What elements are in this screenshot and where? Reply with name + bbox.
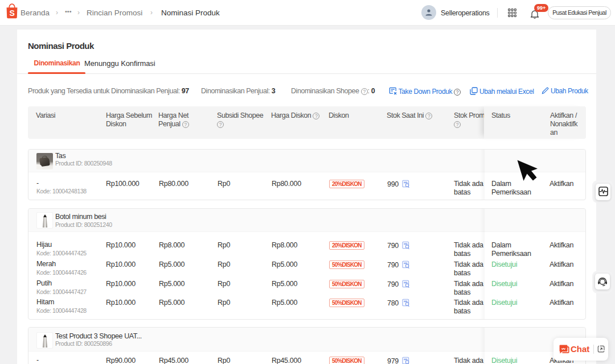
- svg-text:S: S: [10, 9, 15, 18]
